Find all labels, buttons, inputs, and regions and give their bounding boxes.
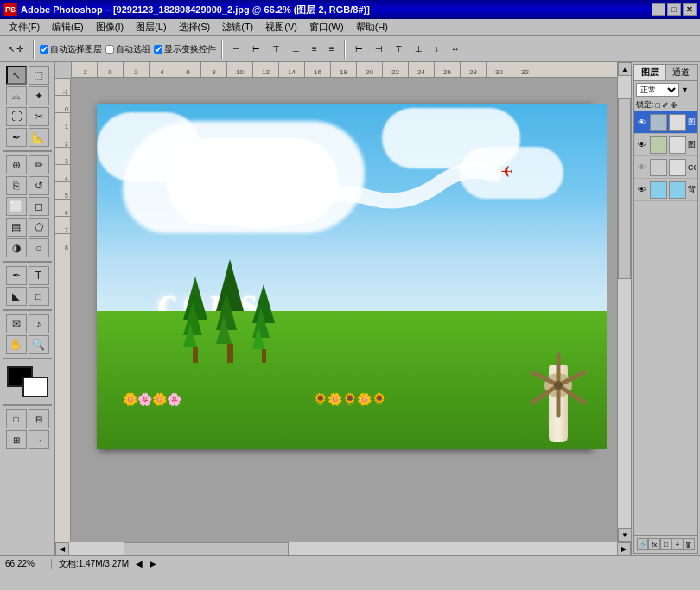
hand-tool[interactable]: ✋	[6, 335, 27, 354]
show-transform-label[interactable]: 显示变换控件	[154, 43, 216, 55]
v-scroll-track[interactable]	[618, 76, 631, 528]
eyedropper-tool[interactable]: ✒	[6, 128, 27, 147]
scroll-down-button[interactable]: ▼	[618, 528, 631, 542]
fx-button[interactable]: fx	[648, 538, 659, 550]
background-color[interactable]	[22, 377, 48, 397]
type-tool[interactable]: T	[29, 266, 49, 285]
auto-select-layer-label[interactable]: 自动选择图层	[40, 43, 102, 55]
canvas-content[interactable]: ✈ cous	[71, 78, 617, 542]
menu-image[interactable]: 图像(I)	[91, 20, 129, 35]
align-btn-4[interactable]: ⊥	[288, 40, 304, 59]
auto-select-layer-checkbox[interactable]	[40, 45, 48, 54]
mask-button[interactable]: □	[660, 538, 671, 550]
h-scroll-thumb[interactable]	[124, 542, 288, 555]
layer-visibility-icon[interactable]: 👁	[636, 184, 648, 196]
menu-layer[interactable]: 图层(L)	[130, 20, 171, 35]
eraser-tool[interactable]: ⬜	[6, 197, 27, 216]
minimize-button[interactable]: ─	[652, 3, 665, 16]
scroll-up-button[interactable]: ▲	[618, 62, 631, 76]
menu-select[interactable]: 选择(S)	[174, 20, 216, 35]
menu-view[interactable]: 视图(V)	[260, 20, 302, 35]
ruler-left-tick: 8	[55, 233, 70, 251]
notes-tool[interactable]: ✉	[6, 314, 27, 333]
move-tool-btn[interactable]: ↖ ✛	[3, 40, 28, 59]
h-scroll-track[interactable]	[69, 542, 617, 555]
menu-help[interactable]: 帮助(H)	[351, 20, 393, 35]
layer-visibility-icon[interactable]: 👁	[636, 162, 648, 174]
menu-edit[interactable]: 编辑(E)	[47, 20, 89, 35]
blur-tool[interactable]: ◑	[6, 238, 27, 257]
dist-btn-3[interactable]: ⊤	[391, 40, 407, 59]
ruler-tick: 22	[382, 62, 408, 77]
imageready[interactable]: →	[29, 430, 49, 449]
pen-tool[interactable]: ✒	[6, 266, 27, 285]
quick-mask-mode[interactable]: ⊟	[29, 409, 49, 428]
layer-item[interactable]: 👁 背景	[634, 179, 697, 201]
bg-eraser-tool[interactable]: ◻	[29, 197, 49, 216]
align-btn-6[interactable]: ≡	[325, 40, 339, 59]
ruler-left-tick: 4	[55, 164, 70, 181]
gradient-tool[interactable]: ▤	[6, 218, 27, 237]
screen-mode[interactable]: ⊞	[6, 430, 27, 449]
align-btn-2[interactable]: ⊢	[248, 40, 264, 59]
lock-position-icon[interactable]: ✙	[671, 101, 678, 110]
main-area: ↖ ⬚ ⌓ ✦ ⛶ ✂ ✒ 📐 ⊕ ✏ ⎘ ↺ ⬜ ◻ ▤ ⬠	[0, 62, 700, 555]
paint-bucket-tool[interactable]: ⬠	[29, 218, 49, 237]
close-button[interactable]: ✕	[683, 3, 697, 16]
crop-tool[interactable]: ⛶	[6, 107, 27, 126]
new-layer-button[interactable]: +	[671, 538, 683, 550]
scroll-right-button[interactable]: ▶	[617, 542, 631, 556]
dist-btn-4[interactable]: ⊥	[410, 40, 427, 59]
align-btn-5[interactable]: ≡	[308, 40, 321, 59]
path-select-tool[interactable]: ◣	[6, 287, 27, 306]
wand-tool[interactable]: ✦	[29, 86, 49, 105]
delete-layer-button[interactable]: 🗑	[684, 538, 695, 550]
auto-select-group-checkbox[interactable]	[105, 45, 114, 54]
layers-tab[interactable]: 图层	[634, 65, 666, 80]
layer-item[interactable]: 👁 图层...	[634, 111, 697, 134]
maximize-button[interactable]: □	[667, 3, 681, 16]
layer-item[interactable]: 👁 CCA...	[634, 156, 697, 179]
slice-tool[interactable]: ✂	[29, 107, 49, 126]
auto-select-group-label[interactable]: 自动选组	[105, 43, 150, 55]
show-transform-checkbox[interactable]	[154, 45, 162, 54]
dist-btn-6[interactable]: ↔	[447, 40, 464, 59]
svg-line-1	[558, 372, 584, 385]
layer-item[interactable]: 👁 图层...	[634, 134, 697, 156]
blend-mode-select[interactable]: 正常 溶解 变暗	[636, 83, 679, 97]
brush-tool[interactable]: ✏	[29, 155, 49, 174]
marquee-tool[interactable]: ⬚	[29, 66, 49, 85]
history-tool[interactable]: ↺	[29, 176, 49, 195]
dist-btn-5[interactable]: ↕	[430, 40, 443, 59]
scroll-left-button[interactable]: ◀	[55, 542, 69, 556]
zoom-tool[interactable]: 🔍	[29, 335, 49, 354]
layer-visibility-icon[interactable]: 👁	[636, 139, 648, 151]
lasso-tool[interactable]: ⌓	[6, 86, 27, 105]
layer-visibility-icon[interactable]: 👁	[636, 117, 648, 129]
lock-transparent-icon[interactable]: □	[656, 101, 660, 110]
layer-name: CCA...	[688, 163, 696, 172]
channels-tab[interactable]: 通道	[666, 65, 698, 80]
ruler-left-tick: -1	[55, 78, 70, 95]
stamp-tool[interactable]: ⎘	[6, 176, 27, 195]
menu-file[interactable]: 文件(F)	[3, 20, 45, 35]
align-btn-1[interactable]: ⊣	[228, 40, 245, 59]
measure-tool[interactable]: 📐	[29, 128, 49, 147]
audio-tool[interactable]: ♪	[29, 314, 49, 333]
color-picker[interactable]	[7, 366, 48, 397]
menu-filter[interactable]: 滤镜(T)	[217, 20, 258, 35]
nav-prev-button[interactable]: ◀	[136, 559, 143, 568]
standard-mode[interactable]: □	[6, 409, 27, 428]
shape-tool[interactable]: □	[29, 287, 49, 306]
dist-btn-1[interactable]: ⊢	[351, 40, 367, 59]
align-btn-3[interactable]: ⊤	[268, 40, 284, 59]
move-tool[interactable]: ↖	[6, 66, 27, 85]
v-scroll-thumb[interactable]	[618, 98, 631, 279]
dist-btn-2[interactable]: ⊣	[371, 40, 387, 59]
dodge-tool[interactable]: ○	[29, 238, 49, 257]
link-button[interactable]: 🔗	[637, 538, 648, 550]
menu-window[interactable]: 窗口(W)	[304, 20, 349, 35]
lock-pixels-icon[interactable]: ✐	[662, 101, 669, 110]
heal-tool[interactable]: ⊕	[6, 155, 27, 174]
nav-next-button[interactable]: ▶	[150, 559, 156, 568]
